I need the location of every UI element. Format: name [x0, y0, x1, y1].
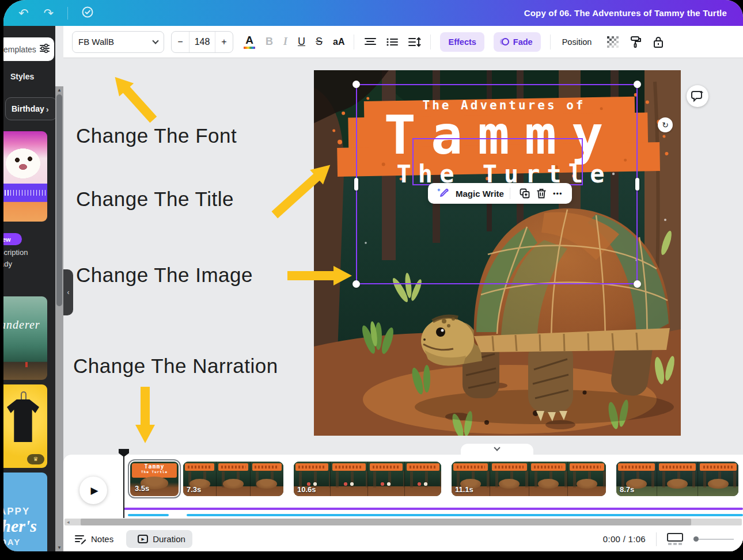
narration-track-segment-1[interactable]	[128, 514, 169, 516]
font-size-decrease-button[interactable]: −	[172, 32, 189, 52]
timeline-zoom-slider[interactable]	[693, 539, 734, 540]
timeline-panel: ▶ Tammy The Turtle 3.5s 7.3s	[63, 455, 743, 551]
clip-frame	[250, 462, 283, 496]
clip-frame	[697, 462, 738, 496]
redo-icon[interactable]: ↷	[44, 7, 54, 19]
duplicate-icon[interactable]	[520, 188, 530, 199]
magic-write-icon	[437, 188, 449, 199]
sync-rotate-icon[interactable]: ↻	[658, 117, 673, 132]
font-size-stepper: − 148 +	[171, 31, 233, 53]
zoom-slider-handle[interactable]	[693, 536, 699, 542]
clip-frame	[367, 462, 404, 496]
annotation-change-font: Change The Font	[76, 124, 237, 147]
tshirt-image	[7, 399, 39, 442]
playhead-marker[interactable]	[119, 449, 129, 457]
narration-track-segment-2[interactable]	[187, 514, 743, 516]
birthday-filter-chip[interactable]: Birthday ›	[5, 97, 57, 120]
clip-duration: 11.1s	[455, 485, 473, 494]
magic-write-button[interactable]: Magic Write	[456, 189, 504, 199]
undo-icon[interactable]: ↶	[18, 7, 29, 19]
bullet-list-button[interactable]	[386, 37, 398, 47]
filter-sliders-icon[interactable]	[40, 44, 50, 55]
clip-frame	[529, 462, 567, 496]
timeline-clip-5[interactable]: 8.7s	[616, 462, 738, 496]
clip1-subtitle: The Turtle	[132, 470, 177, 474]
scroll-left-icon[interactable]: ◂	[67, 519, 70, 525]
template-caption-line2: ady	[3, 260, 12, 268]
playback-time: 0:00 / 1:06	[603, 534, 646, 544]
new-badge: ew	[3, 233, 22, 245]
font-size-increase-button[interactable]: +	[215, 32, 233, 52]
scroll-down-icon[interactable]: ▼	[55, 545, 63, 550]
underline-button[interactable]: U	[298, 36, 305, 48]
font-size-value[interactable]: 148	[189, 32, 215, 52]
text-case-button[interactable]: aA	[333, 37, 344, 47]
resize-handle[interactable]	[352, 280, 360, 288]
notes-button[interactable]: Notes	[75, 534, 113, 545]
timeline-clip-4[interactable]: 11.1s	[452, 462, 606, 496]
footer-divider	[656, 532, 657, 546]
template-thumbnail-fathers-day[interactable]: APPY ther's DAY l call him Dad ♛	[3, 473, 47, 551]
bold-button[interactable]: B	[266, 36, 273, 48]
lock-button[interactable]	[653, 36, 664, 48]
text-align-button[interactable]	[365, 37, 376, 47]
annotation-change-image: Change The Image	[76, 264, 253, 287]
resize-handle[interactable]	[634, 280, 641, 288]
copy-style-roller-button[interactable]	[630, 36, 642, 48]
delete-icon[interactable]	[537, 188, 546, 199]
effects-button[interactable]: Effects	[440, 32, 484, 52]
template-thumbnail-tshirt[interactable]: ♛	[3, 384, 47, 468]
sidebar-scrollbar-thumb[interactable]	[56, 94, 62, 306]
fade-label: Fade	[513, 37, 533, 47]
annotation-change-narration: Change The Narration	[73, 355, 278, 378]
grid-view-icon[interactable]	[667, 533, 683, 545]
duration-play-icon: ▶	[138, 535, 148, 543]
timeline-clip-2[interactable]: 7.3s	[183, 462, 283, 496]
timeline-scrollbar[interactable]: ◂	[65, 519, 742, 525]
chevron-right-icon: ›	[46, 104, 49, 114]
chevron-left-icon: ‹	[67, 288, 70, 296]
sidebar-collapse-handle[interactable]: ‹	[63, 269, 73, 315]
resize-handle-side[interactable]	[354, 178, 358, 191]
timeline-clip-3[interactable]: 10.6s	[294, 462, 441, 496]
text-color-button[interactable]: A	[244, 35, 255, 49]
notes-label: Notes	[91, 534, 113, 544]
subtitle-selection-box[interactable]	[412, 138, 583, 185]
resize-handle-side[interactable]	[635, 178, 639, 191]
context-toolbar-divider	[510, 188, 510, 199]
font-family-select[interactable]: FB WallB	[72, 31, 164, 53]
line-spacing-button[interactable]	[408, 37, 421, 47]
more-options-icon[interactable]: •••	[553, 189, 563, 198]
position-button[interactable]: Position	[562, 37, 592, 47]
styles-heading: Styles	[10, 72, 34, 81]
resize-handle[interactable]	[634, 81, 641, 88]
clip-duration: 8.7s	[620, 485, 634, 494]
clip-frame	[657, 462, 697, 496]
template-thumbnail-dog[interactable]	[3, 131, 47, 222]
template-thumbnail-wanderer[interactable]: anderer	[3, 296, 47, 380]
italic-button[interactable]: I	[283, 36, 287, 48]
resize-handle[interactable]	[352, 81, 360, 88]
scroll-up-icon[interactable]: ▲	[55, 87, 63, 93]
templates-search-input[interactable]: emplates	[3, 37, 54, 61]
play-button[interactable]: ▶	[79, 477, 107, 504]
fade-button[interactable]: Fade	[494, 32, 541, 52]
audio-track-purple[interactable]	[124, 508, 743, 510]
hiker-figure	[25, 362, 28, 367]
arrow-to-narration	[135, 387, 155, 443]
strikethrough-button[interactable]: S	[316, 36, 323, 48]
audio-waveform	[3, 187, 47, 198]
clip-frame	[567, 462, 606, 496]
timeline-clip-1-selected[interactable]: Tammy The Turtle 3.5s	[128, 459, 181, 498]
toolbar-divider	[354, 35, 354, 49]
timeline-scrollbar-thumb[interactable]	[81, 519, 691, 525]
add-comment-button[interactable]	[687, 85, 708, 107]
templates-search-text: emplates	[3, 45, 36, 54]
timeline-collapse-tab[interactable]	[461, 444, 533, 455]
chevron-down-icon	[494, 444, 500, 451]
document-title[interactable]: Copy of 06. The Adventures of Tammy the …	[524, 0, 727, 26]
clip-frame	[404, 462, 441, 496]
sidebar-scrollbar[interactable]: ▲ ▼	[55, 86, 63, 551]
transparency-button[interactable]	[606, 36, 619, 48]
duration-button[interactable]: ▶ Duration	[126, 530, 192, 548]
